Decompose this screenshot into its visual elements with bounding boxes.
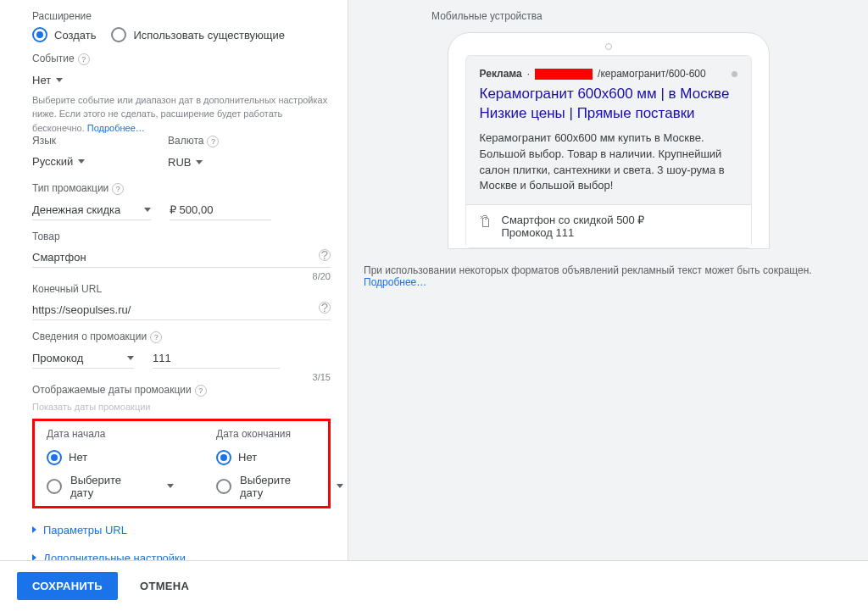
ad-label: Реклама	[480, 68, 522, 80]
chevron-down-icon	[78, 159, 85, 164]
chevron-down-icon	[56, 78, 63, 82]
ad-description: Керамогранит 600х600 мм купить в Москве.…	[480, 131, 737, 194]
help-icon[interactable]: ?	[78, 53, 90, 65]
form-panel: Расширение Создать Использовать существу…	[0, 0, 348, 560]
radio-use-existing[interactable]: Использовать существующие	[111, 27, 285, 42]
currency-label: Валюта?	[168, 135, 270, 147]
display-dates-sub: Показать даты промоакции	[32, 402, 331, 412]
device-frame: Реклама · /керамогранит/600-600 Керамогр…	[448, 32, 770, 249]
language-select[interactable]: Русский	[32, 152, 85, 171]
promo-code-counter: 3/15	[32, 372, 331, 382]
chevron-right-icon	[32, 526, 36, 533]
help-icon[interactable]: ?	[319, 249, 331, 261]
preview-panel: Мобильные устройства Реклама · /керамогр…	[348, 0, 868, 560]
product-input[interactable]	[32, 247, 331, 268]
promo-type-select[interactable]: Денежная скидка	[32, 200, 151, 220]
url-params-toggle[interactable]: Параметры URL	[32, 524, 331, 536]
chevron-down-icon	[144, 208, 151, 212]
chevron-right-icon	[32, 554, 36, 560]
radio-icon	[47, 479, 62, 494]
chevron-down-icon	[196, 160, 203, 164]
product-label: Товар	[32, 231, 331, 242]
end-date-label: Дата окончания	[216, 428, 343, 440]
preview-footnote: При использовании некоторых форматов объ…	[364, 264, 853, 288]
promo-type-label: Тип промоакции?	[32, 182, 331, 195]
radio-icon	[216, 450, 231, 465]
radio-create[interactable]: Создать	[32, 27, 96, 42]
end-date-pick[interactable]: Выберите дату	[216, 474, 343, 499]
final-url-input[interactable]	[32, 300, 331, 320]
product-counter: 8/20	[32, 271, 331, 281]
help-icon[interactable]: ?	[195, 385, 207, 397]
language-label: Язык	[32, 135, 134, 147]
promo-code-input[interactable]	[153, 348, 280, 369]
device-label: Мобильные устройства	[364, 10, 853, 22]
tag-icon: 🏷	[477, 214, 492, 228]
ad-preview-card: Реклама · /керамогранит/600-600 Керамогр…	[465, 55, 752, 248]
start-date-pick[interactable]: Выберите дату	[47, 474, 174, 499]
dates-highlight-box: Дата начала Нет Выберите дату Дата оконч…	[32, 419, 331, 508]
ad-url-path: /керамогранит/600-600	[598, 68, 706, 80]
chevron-down-icon	[127, 356, 134, 360]
learn-more-link[interactable]: Подробнее…	[364, 276, 426, 288]
event-hint: Выберите событие или диапазон дат в допо…	[32, 93, 331, 136]
device-speaker-icon	[605, 43, 612, 50]
ad-headline[interactable]: Керамогранит 600х600 мм | в Москве Низки…	[480, 85, 737, 124]
start-date-none[interactable]: Нет	[47, 450, 174, 465]
chevron-down-icon	[337, 484, 343, 488]
radio-icon	[216, 479, 231, 494]
chevron-down-icon	[167, 484, 174, 488]
help-icon[interactable]: ?	[112, 183, 124, 195]
help-icon[interactable]: ?	[207, 136, 219, 147]
ad-menu-icon[interactable]	[732, 71, 737, 77]
radio-icon	[47, 450, 62, 465]
promo-info-select[interactable]: Промокод	[32, 348, 134, 369]
start-date-label: Дата начала	[47, 428, 174, 440]
learn-more-link[interactable]: Подробнее…	[87, 123, 145, 133]
cancel-button[interactable]: ОТМЕНА	[131, 572, 198, 600]
help-icon[interactable]: ?	[150, 331, 162, 343]
end-date-none[interactable]: Нет	[216, 450, 343, 465]
radio-icon	[32, 27, 47, 42]
redacted-domain	[535, 69, 593, 80]
action-bar: СОХРАНИТЬ ОТМЕНА	[0, 560, 868, 611]
extension-label: Расширение	[32, 10, 331, 22]
save-button[interactable]: СОХРАНИТЬ	[17, 572, 118, 600]
promo-info-label: Сведения о промоакции?	[32, 330, 331, 343]
promo-amount-input[interactable]	[170, 200, 271, 220]
event-select[interactable]: Нет	[32, 70, 63, 90]
display-dates-label: Отображаемые даты промоакции?	[32, 384, 331, 397]
final-url-label: Конечный URL	[32, 283, 331, 295]
radio-icon	[111, 27, 126, 42]
help-icon[interactable]: ?	[319, 302, 331, 314]
currency-select[interactable]: RUB	[168, 153, 203, 172]
promo-extension-preview[interactable]: 🏷 Смартфон со скидкой 500 ₽ Промокод 111	[466, 204, 751, 247]
event-label: Событие?	[32, 53, 331, 65]
advanced-settings-toggle[interactable]: Дополнительные настройки	[32, 552, 331, 560]
